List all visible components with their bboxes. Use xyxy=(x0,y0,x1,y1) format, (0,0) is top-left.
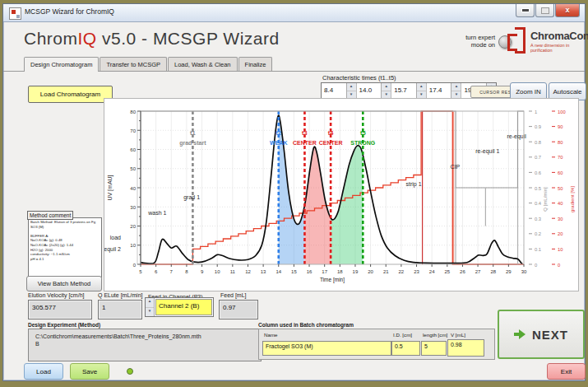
chromacon-logo: ChromaCon A new dimension in purificatio… xyxy=(507,27,582,55)
svg-text:8: 8 xyxy=(185,269,188,274)
column-cell-name[interactable]: Fractogel SO3 (M) xyxy=(262,341,391,356)
svg-text:90: 90 xyxy=(558,124,563,129)
svg-text:t3: t3 xyxy=(302,129,308,137)
gradient-axis-label: gradient [%] xyxy=(570,186,575,212)
characteristic-times-label: Characteristic times (t1..t5) xyxy=(322,74,396,82)
svg-text:14: 14 xyxy=(275,269,281,274)
time-field-t1[interactable]: 8.4▲▼ xyxy=(322,83,357,99)
column-table-label: Column used in Batch chromatogram xyxy=(258,322,354,328)
time-field-t3[interactable]: 15.7▲▼ xyxy=(391,83,427,99)
svg-text:80: 80 xyxy=(130,110,136,114)
elution-velocity-label: Elution Velocity [cm/h] xyxy=(28,292,84,298)
svg-text:9: 9 xyxy=(201,269,204,274)
save-status-led xyxy=(127,368,133,375)
next-button[interactable]: NEXT xyxy=(498,310,585,359)
region-fill xyxy=(141,115,524,264)
tab-finalize[interactable]: Finalize xyxy=(238,57,273,71)
tab-strip: Design Chromatogram Transfer to MCSGP Lo… xyxy=(24,57,273,72)
minimize-button[interactable] xyxy=(516,4,535,17)
elution-velocity-field[interactable]: 305.577 xyxy=(28,300,92,319)
column-table: Name I.D. [cm] length [cm] V [mL] Fracto… xyxy=(258,329,495,360)
spinner-icon[interactable]: ▲▼ xyxy=(346,83,356,99)
column-header-name: Name xyxy=(264,332,278,338)
design-experiment-path[interactable]: C:\Contichrom\measurements\Batch\Three_P… xyxy=(28,329,262,361)
svg-text:17: 17 xyxy=(322,269,327,274)
spinner-icon[interactable]: ▲▼ xyxy=(416,83,426,99)
svg-text:24: 24 xyxy=(429,269,435,274)
svg-text:21: 21 xyxy=(383,269,389,274)
svg-text:0.9: 0.9 xyxy=(535,124,541,129)
svg-text:30: 30 xyxy=(521,269,527,274)
svg-text:0.5: 0.5 xyxy=(535,186,541,191)
column-cell-length[interactable]: 5 xyxy=(421,341,447,356)
svg-text:STRONG: STRONG xyxy=(350,140,376,146)
method-comment-box[interactable]: Batch Method: Elution of 3 proteins on F… xyxy=(28,217,102,277)
svg-text:t1: t1 xyxy=(190,129,196,137)
phase-label: re-equil 1 xyxy=(475,148,499,155)
svg-text:19: 19 xyxy=(353,269,359,274)
phase-label: load xyxy=(110,235,121,240)
svg-text:20: 20 xyxy=(558,231,563,236)
svg-text:0.1: 0.1 xyxy=(535,247,541,252)
design-experiment-label: Design Experiment (Method) xyxy=(28,322,100,328)
svg-text:0.7: 0.7 xyxy=(535,155,541,160)
svg-text:0.6: 0.6 xyxy=(535,170,541,175)
svg-text:30: 30 xyxy=(558,217,563,221)
svg-text:10: 10 xyxy=(130,243,136,248)
method-comment-label: Method comment xyxy=(27,211,73,220)
app-icon xyxy=(9,7,21,20)
column-header-id: I.D. [cm] xyxy=(393,332,412,338)
feed-field[interactable]: 0.97 xyxy=(219,300,258,319)
svg-text:CENTER: CENTER xyxy=(293,140,317,146)
load-button[interactable]: Load xyxy=(24,363,63,380)
svg-text:40: 40 xyxy=(130,186,136,191)
svg-text:t2: t2 xyxy=(275,129,281,137)
phase-label: equil 2 xyxy=(104,246,121,253)
minimize-icon xyxy=(521,8,530,12)
feed-label: Feed [mL] xyxy=(220,292,247,298)
view-batch-method-button[interactable]: View Batch Method xyxy=(26,276,102,291)
svg-text:0.3: 0.3 xyxy=(535,217,541,221)
spinner-icon[interactable]: ▲▼ xyxy=(146,298,155,316)
spinner-icon[interactable]: ▲▼ xyxy=(381,83,391,99)
svg-text:40: 40 xyxy=(558,201,563,206)
svg-text:50: 50 xyxy=(130,166,136,171)
chromatogram-chart[interactable]: t1grad startt2WEAKt3CENTERt4CENTERt5STRO… xyxy=(104,98,579,291)
tab-load-wash-clean[interactable]: Load, Wash & Clean xyxy=(168,57,238,71)
title-bar[interactable]: MCSGP Wizard for ChromIQ x xyxy=(3,4,585,22)
page-title: ChromIQ v5.0 - MCSGP Wizard xyxy=(24,29,280,49)
spinner-icon[interactable]: ▲▼ xyxy=(451,83,461,99)
column-cell-id[interactable]: 0.5 xyxy=(391,341,420,356)
tab-transfer-to-mcsgp[interactable]: Transfer to MCSGP xyxy=(100,57,167,71)
q-axis-label: Q [mL/min] xyxy=(543,187,548,212)
q-elute-field[interactable]: 1 xyxy=(98,300,142,319)
q-elute-label: Q ELute [mL/min] xyxy=(98,292,142,298)
time-field-t4[interactable]: 17.4▲▼ xyxy=(427,83,462,99)
load-chromatogram-button[interactable]: Load Chromatogram xyxy=(28,86,113,103)
app-window: MCSGP Wizard for ChromIQ x ChromIQ v5.0 … xyxy=(2,3,586,381)
svg-text:16: 16 xyxy=(307,269,313,274)
svg-text:29: 29 xyxy=(506,269,512,274)
svg-text:5: 5 xyxy=(139,269,142,274)
maximize-button[interactable] xyxy=(535,4,554,17)
svg-text:60: 60 xyxy=(558,170,563,175)
phase-label: wash 1 xyxy=(147,210,166,216)
svg-text:70: 70 xyxy=(558,155,563,160)
column-cell-volume[interactable]: 0.98 xyxy=(447,339,484,357)
exit-button[interactable]: Exit xyxy=(547,363,586,380)
svg-text:0.8: 0.8 xyxy=(535,140,541,145)
svg-text:18: 18 xyxy=(337,269,343,274)
svg-text:23: 23 xyxy=(414,269,419,274)
svg-text:25: 25 xyxy=(444,269,450,274)
save-button[interactable]: Save xyxy=(70,363,109,380)
svg-text:20: 20 xyxy=(368,269,373,274)
tab-design-chromatogram[interactable]: Design Chromatogram xyxy=(24,57,99,72)
time-field-t2[interactable]: 14.0▲▼ xyxy=(357,83,392,99)
svg-text:0: 0 xyxy=(133,263,137,268)
window-title: MCSGP Wizard for ChromIQ xyxy=(25,7,114,16)
next-arrow-icon xyxy=(514,329,525,339)
phase-label: grad 1 xyxy=(183,194,200,201)
feed-channel-select[interactable]: ▲▼ Channel 2 (B) xyxy=(145,297,214,317)
svg-text:26: 26 xyxy=(460,269,465,274)
close-button[interactable]: x xyxy=(555,4,580,17)
